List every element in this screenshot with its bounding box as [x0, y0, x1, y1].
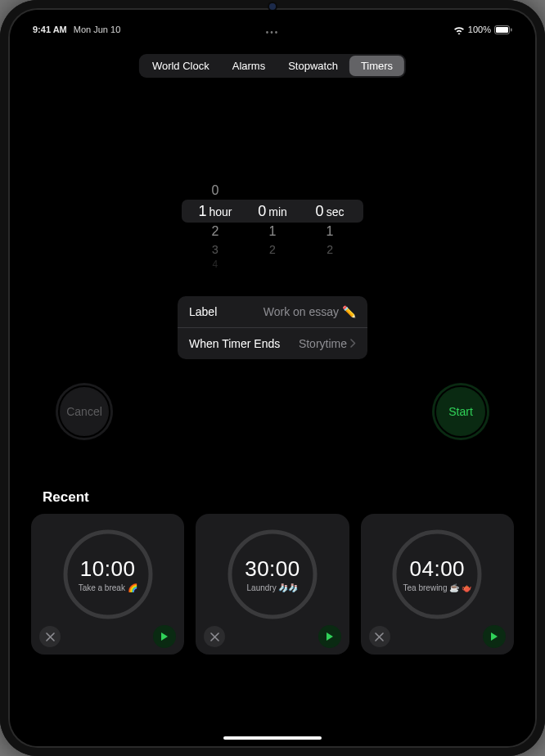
status-left: 9:41 AM Mon Jun 10 [33, 25, 120, 34]
status-time: 9:41 AM [33, 25, 67, 34]
timer-time: 30:00 [245, 556, 300, 582]
screen: 9:41 AM Mon Jun 10 100% ••• World Clock … [10, 10, 535, 746]
battery-percentage: 100% [468, 25, 491, 34]
recent-timer-card: 10:00 Take a break 🌈 [31, 514, 184, 655]
duration-picker[interactable]: 0 1 hour 2 3 4 0 min 1 [187, 182, 358, 263]
picker-hours-below-2: 3 [212, 241, 218, 259]
cancel-button-label: Cancel [66, 405, 102, 418]
picker-minutes-current: 0 min [258, 200, 287, 223]
tab-alarms[interactable]: Alarms [221, 56, 277, 76]
wifi-icon [453, 25, 465, 34]
recent-timers-list: 10:00 Take a break 🌈 [31, 514, 514, 655]
timer-dial: 30:00 Laundry 🧦🧦 [227, 529, 318, 620]
picker-minutes-below-2: 2 [269, 241, 276, 259]
picker-hours-unit: hour [209, 200, 232, 223]
picker-hours-current: 1 hour [198, 200, 232, 223]
picker-hours-value: 1 [198, 200, 206, 223]
timer-dial: 10:00 Take a break 🌈 [62, 529, 154, 620]
close-icon [46, 632, 55, 641]
clock-tabs: World Clock Alarms Stopwatch Timers [139, 54, 406, 78]
delete-timer-button[interactable] [39, 626, 61, 647]
timer-end-sound-row[interactable]: When Timer Ends Storytime [178, 327, 367, 359]
svg-rect-2 [511, 28, 512, 31]
timer-end-value: Storytime [299, 337, 356, 350]
svg-rect-1 [496, 27, 508, 33]
picker-seconds-below-1: 1 [327, 223, 334, 241]
timer-end-value-text: Storytime [299, 337, 347, 350]
cancel-button[interactable]: Cancel [56, 383, 113, 440]
timer-dial: 04:00 Tea brewing ☕️ 🫖 [391, 529, 483, 620]
delete-timer-button[interactable] [369, 626, 390, 647]
start-button-label: Start [448, 405, 473, 418]
ipad-frame: 9:41 AM Mon Jun 10 100% ••• World Clock … [0, 0, 545, 756]
tab-world-clock[interactable]: World Clock [141, 56, 221, 76]
play-icon [490, 632, 498, 641]
timer-label-key: Label [189, 305, 217, 318]
play-timer-button[interactable] [483, 625, 506, 648]
picker-minutes-unit: min [268, 200, 287, 223]
front-camera [269, 3, 276, 10]
timer-end-key: When Timer Ends [189, 337, 280, 350]
picker-seconds-unit: sec [327, 200, 345, 223]
recent-timer-card: 30:00 Laundry 🧦🧦 [196, 514, 349, 655]
status-right: 100% [453, 25, 512, 34]
close-icon [375, 632, 384, 641]
tab-stopwatch[interactable]: Stopwatch [277, 56, 349, 76]
play-icon [160, 632, 169, 641]
picker-minutes-value: 0 [258, 200, 266, 223]
picker-hours-below-1: 2 [212, 223, 219, 241]
multitask-dots-icon[interactable]: ••• [266, 28, 280, 37]
picker-minutes-below-1: 1 [269, 223, 277, 241]
picker-seconds-value: 0 [316, 200, 324, 223]
timer-time: 10:00 [80, 556, 136, 582]
timer-label: Tea brewing ☕️ 🫖 [403, 583, 471, 593]
timer-label-value: Work on essay ✏️ [263, 305, 356, 318]
timer-time: 04:00 [410, 556, 466, 582]
recent-heading: Recent [43, 489, 89, 506]
timer-settings-list: Label Work on essay ✏️ When Timer Ends S… [178, 296, 367, 359]
picker-hours-above: 0 [212, 182, 219, 200]
picker-hours-column[interactable]: 0 1 hour 2 3 4 [187, 182, 244, 263]
picker-minutes-column[interactable]: 0 min 1 2 [244, 182, 301, 263]
timer-label: Take a break 🌈 [79, 583, 137, 593]
chevron-right-icon [350, 337, 356, 350]
timer-label: Laundry 🧦🧦 [247, 583, 299, 593]
picker-seconds-current: 0 sec [316, 200, 345, 223]
picker-hours-below-3: 4 [213, 259, 218, 270]
delete-timer-button[interactable] [204, 626, 225, 647]
play-timer-button[interactable] [153, 625, 176, 648]
battery-icon [494, 25, 512, 34]
status-date: Mon Jun 10 [74, 25, 120, 34]
play-timer-button[interactable] [318, 625, 341, 648]
close-icon [210, 632, 219, 641]
timer-label-row[interactable]: Label Work on essay ✏️ [178, 296, 367, 327]
home-indicator[interactable] [223, 736, 322, 740]
picker-seconds-column[interactable]: 0 sec 1 2 [301, 182, 358, 263]
recent-timer-card: 04:00 Tea brewing ☕️ 🫖 [361, 514, 514, 655]
start-button[interactable]: Start [432, 383, 489, 440]
tab-timers[interactable]: Timers [349, 56, 404, 76]
play-icon [326, 632, 334, 641]
picker-seconds-below-2: 2 [327, 241, 333, 259]
